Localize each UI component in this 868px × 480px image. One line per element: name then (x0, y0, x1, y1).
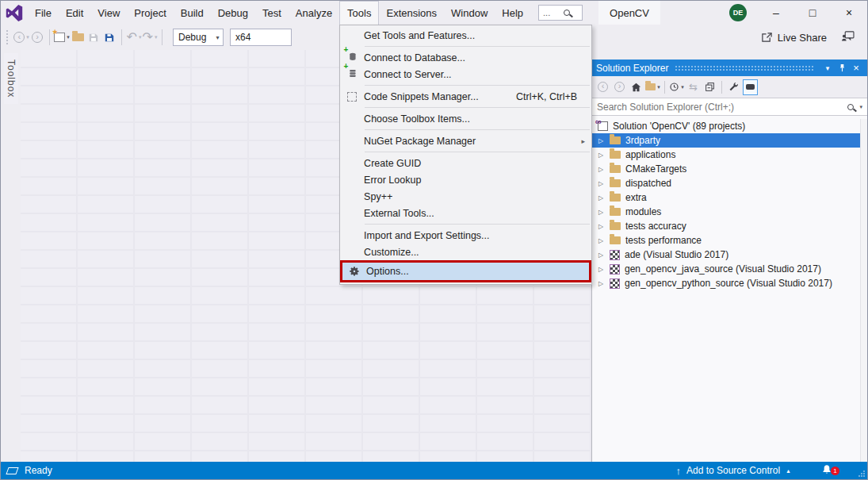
tree-item[interactable]: ▷ applications (592, 148, 860, 162)
menu-build[interactable]: Build (174, 1, 211, 25)
undo-icon: ↶ (127, 31, 137, 44)
menu-analyze[interactable]: Analyze (289, 1, 339, 25)
left-tab-strip: Toolbox (1, 50, 21, 462)
close-button[interactable]: × (831, 1, 867, 25)
menu-help[interactable]: Help (495, 1, 530, 25)
maximize-button[interactable]: □ (794, 1, 831, 25)
titlebar-drag-texture[interactable] (675, 65, 814, 72)
se-switch-views-button[interactable]: ▾ (645, 79, 660, 95)
pin-icon[interactable] (835, 63, 849, 72)
se-back-button[interactable]: ‹ (595, 79, 610, 95)
tree-item[interactable]: ▷ modules (592, 205, 860, 219)
chevron-right-icon[interactable]: ▷ (598, 194, 610, 202)
quick-launch-search[interactable] (538, 5, 583, 21)
se-sync-button[interactable]: ⇆ (686, 79, 701, 95)
vertical-scrollbar[interactable] (860, 119, 867, 462)
tree-item-solution[interactable]: Solution 'OpenCV' (89 projects) (592, 119, 860, 133)
chevron-right-icon[interactable]: ▷ (598, 137, 610, 144)
undo-button[interactable]: ↶ ▾ (126, 28, 142, 47)
tree-item[interactable]: ▷ 3rdparty (592, 133, 860, 148)
chevron-right-icon[interactable]: ▷ (598, 266, 610, 273)
menu-item-error-lookup[interactable]: Error Lookup (340, 171, 591, 188)
chevron-right-icon[interactable]: ▷ (598, 180, 610, 187)
chevron-right-icon[interactable]: ▷ (598, 166, 610, 173)
se-forward-button[interactable]: › (612, 79, 627, 95)
menu-item-get-tools-and-features[interactable]: Get Tools and Features... (340, 27, 591, 44)
menu-tools[interactable]: Tools (339, 1, 379, 25)
tree-item[interactable]: ▷ ade (Visual Studio 2017) (592, 248, 860, 262)
tree-item[interactable]: ▷ extra (592, 190, 860, 205)
tree-item[interactable]: ▷ gen_opencv_python_source (Visual Studi… (592, 276, 860, 290)
menu-edit[interactable]: Edit (59, 1, 90, 25)
save-all-button[interactable] (101, 28, 117, 47)
menu-separator (365, 224, 590, 225)
toolbar-grip[interactable] (6, 29, 9, 45)
save-button[interactable] (86, 28, 101, 47)
chevron-right-icon[interactable]: ▷ (598, 152, 610, 159)
menu-item-code-snippets-manager[interactable]: Code Snippets Manager... Ctrl+K, Ctrl+B (340, 88, 591, 105)
window-position-button[interactable]: ▾ (820, 64, 835, 72)
solution-explorer-search[interactable]: ▾ (592, 98, 867, 116)
notifications-button[interactable]: 1 (821, 464, 832, 478)
menu-item-create-guid[interactable]: Create GUID (340, 155, 591, 171)
solution-explorer-search-input[interactable] (597, 102, 847, 113)
collapse-all-icon (705, 82, 715, 92)
menu-item-spy-plus-plus[interactable]: Spy++ (340, 188, 591, 205)
chevron-right-icon[interactable]: ▷ (598, 252, 610, 259)
menu-item-nuget-package-manager[interactable]: NuGet Package Manager ▸ (340, 132, 591, 149)
solution-explorer-titlebar[interactable]: Solution Explorer ▾ × (592, 60, 867, 76)
chevron-right-icon[interactable]: ▷ (598, 223, 610, 230)
se-collapse-all-button[interactable] (702, 79, 717, 95)
tree-item[interactable]: ▷ CMakeTargets (592, 162, 860, 176)
menu-item-connect-to-server[interactable]: Connect to Server... (340, 66, 591, 83)
menu-file[interactable]: File (28, 1, 59, 25)
menu-test[interactable]: Test (255, 1, 289, 25)
menu-item-import-export-settings[interactable]: Import and Export Settings... (340, 227, 591, 244)
menu-item-external-tools[interactable]: External Tools... (340, 205, 591, 221)
account-avatar[interactable]: DE (729, 4, 747, 21)
tree-item[interactable]: ▷ dispatched (592, 176, 860, 190)
menu-debug[interactable]: Debug (211, 1, 255, 25)
add-to-source-control-button[interactable]: ↑ Add to Source Control ▲ (675, 465, 791, 477)
navigate-forward-button[interactable]: › (29, 28, 45, 47)
menu-window[interactable]: Window (444, 1, 495, 25)
open-file-button[interactable] (70, 28, 86, 47)
menu-item-choose-toolbox-items[interactable]: Choose Toolbox Items... (340, 110, 591, 127)
menu-item-options[interactable]: Options... (340, 260, 591, 282)
chevron-right-icon[interactable]: ▷ (598, 209, 610, 216)
se-preview-selected-items-button[interactable] (743, 79, 758, 95)
navigate-back-button[interactable]: ‹ ▾ (13, 28, 29, 47)
quick-launch-input[interactable] (543, 8, 564, 17)
folder-icon (610, 151, 621, 159)
new-project-button[interactable]: ▾ (54, 28, 70, 47)
toolbox-tab[interactable]: Toolbox (4, 53, 18, 104)
se-properties-button[interactable] (726, 79, 741, 95)
live-share-button[interactable]: Live Share (761, 32, 827, 44)
save-icon (88, 33, 99, 43)
menu-item-connect-to-database[interactable]: Connect to Database... (340, 49, 591, 66)
menu-view[interactable]: View (90, 1, 127, 25)
minimize-button[interactable]: – (758, 1, 794, 25)
menu-separator (365, 152, 590, 152)
tree-item[interactable]: ▷ tests accuracy (592, 219, 860, 233)
folder-icon (610, 208, 621, 216)
resize-grip[interactable] (858, 470, 866, 478)
menu-project[interactable]: Project (127, 1, 173, 25)
menu-item-customize[interactable]: Customize... (340, 244, 591, 260)
chevron-right-icon[interactable]: ▷ (598, 237, 610, 244)
chevron-right-icon[interactable]: ▷ (598, 280, 610, 287)
solution-configuration-dropdown[interactable]: Debug ▾ (173, 29, 224, 46)
menu-extensions[interactable]: Extensions (379, 1, 444, 25)
solution-platform-dropdown[interactable]: x64 (230, 29, 292, 46)
close-panel-button[interactable]: × (849, 62, 863, 74)
tree-item[interactable]: ▷ gen_opencv_java_source (Visual Studio … (592, 262, 860, 276)
connect-server-icon (347, 68, 358, 81)
feedback-button[interactable] (841, 31, 855, 44)
menu-separator (365, 85, 590, 86)
folder-icon (610, 179, 621, 187)
statusbar: Ready ↑ Add to Source Control ▲ 1 (1, 462, 867, 479)
tree-item[interactable]: ▷ tests performance (592, 233, 860, 248)
redo-button[interactable]: ↷ ▾ (142, 28, 158, 47)
se-home-button[interactable] (629, 79, 644, 95)
se-pending-changes-filter-button[interactable]: ▾ (669, 79, 684, 95)
